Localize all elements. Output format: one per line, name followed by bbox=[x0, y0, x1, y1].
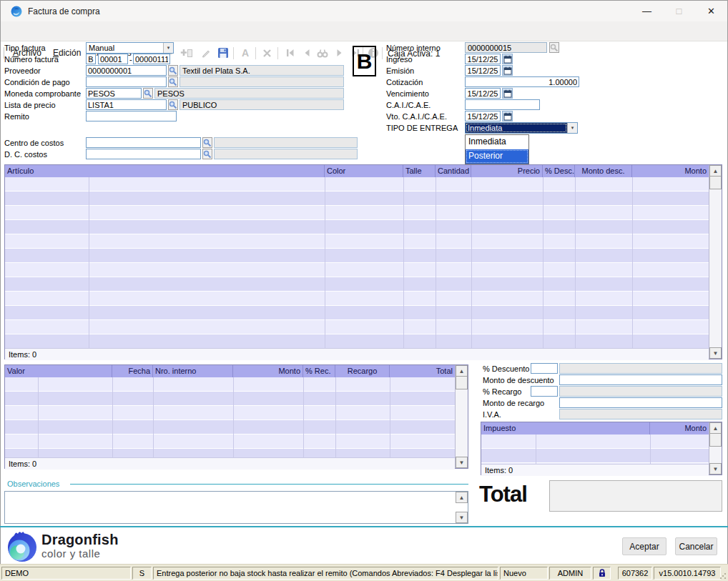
status-letter: S bbox=[132, 567, 152, 580]
edit-button[interactable] bbox=[198, 45, 214, 61]
moneda-code-input[interactable] bbox=[86, 88, 142, 99]
resize-grip[interactable] bbox=[719, 572, 727, 580]
moneda-search-button[interactable] bbox=[143, 88, 153, 99]
chevron-down-icon[interactable]: ▾ bbox=[163, 43, 173, 53]
option-inmediata[interactable]: Inmediata bbox=[466, 135, 528, 149]
search-icon bbox=[144, 89, 152, 98]
valores-grid-rows[interactable] bbox=[5, 377, 455, 457]
vto-cai-date-input[interactable] bbox=[465, 111, 501, 121]
observaciones-textarea[interactable] bbox=[5, 492, 456, 523]
descuento-pct-label: % Descuento bbox=[483, 364, 529, 373]
lista-precio-search-button[interactable] bbox=[168, 99, 178, 110]
search-records-button[interactable] bbox=[315, 45, 330, 61]
status-company: DEMO bbox=[1, 567, 131, 580]
cotizacion-input[interactable] bbox=[465, 76, 579, 87]
scroll-down-button[interactable]: ▼ bbox=[709, 347, 722, 359]
scroll-thumb[interactable] bbox=[709, 177, 722, 189]
proveedor-code-input[interactable] bbox=[86, 65, 167, 76]
monto-descuento-input[interactable] bbox=[559, 374, 722, 385]
scroll-thumb[interactable] bbox=[456, 377, 468, 389]
window-title: Factura de compra bbox=[28, 6, 100, 16]
dc-costos-display bbox=[214, 149, 358, 159]
factura-numero-input[interactable] bbox=[133, 54, 170, 64]
dc-costos-search-button[interactable] bbox=[202, 149, 212, 159]
scroll-up-button[interactable]: ▲ bbox=[709, 165, 722, 177]
descuento-pct-input[interactable] bbox=[531, 363, 558, 374]
condicion-pago-input[interactable] bbox=[86, 76, 167, 87]
factura-de-compra-window: Factura de compra — □ ✕ Archivo Edición … bbox=[0, 0, 728, 581]
column-header-monto-desc: Monto desc. bbox=[575, 165, 632, 177]
column-header-color: Color bbox=[325, 165, 403, 177]
remito-label: Remito bbox=[4, 112, 29, 121]
status-record-state: Nuevo bbox=[500, 567, 548, 580]
condicion-pago-display bbox=[179, 76, 344, 87]
emision-calendar-button[interactable] bbox=[502, 65, 513, 76]
close-button[interactable]: ✕ bbox=[695, 1, 727, 21]
scroll-down-button[interactable]: ▼ bbox=[456, 457, 468, 468]
column-header-recargo: Recargo bbox=[335, 365, 390, 377]
nav-next-button[interactable] bbox=[332, 45, 348, 61]
scroll-down-icon: ▼ bbox=[459, 460, 465, 466]
cotizacion-label: Cotización bbox=[386, 78, 423, 86]
cancelar-button[interactable]: Cancelar bbox=[675, 537, 717, 555]
items-grid-scrollbar[interactable]: ▲ ▼ bbox=[709, 165, 722, 359]
tipo-entrega-value: Inmediata bbox=[466, 123, 567, 133]
ingreso-calendar-button[interactable] bbox=[502, 54, 513, 64]
column-header-nro-interno: Nro. interno bbox=[153, 365, 233, 377]
impuestos-grid-scrollbar[interactable]: ▲ ▼ bbox=[709, 422, 722, 475]
monto-recargo-input[interactable] bbox=[559, 397, 722, 408]
maximize-button[interactable]: □ bbox=[663, 1, 695, 21]
emision-date-input[interactable] bbox=[465, 65, 501, 76]
valores-grid-scrollbar[interactable]: ▲ ▼ bbox=[455, 365, 468, 468]
column-header-articulo: Artículo bbox=[5, 165, 325, 177]
centro-costos-search-button[interactable] bbox=[202, 137, 212, 148]
numero-interno-label: Número interno bbox=[386, 44, 441, 52]
minimize-button[interactable]: — bbox=[631, 1, 663, 21]
lista-precio-input[interactable] bbox=[86, 99, 167, 110]
scroll-down-button[interactable]: ▼ bbox=[456, 512, 468, 523]
scroll-down-button[interactable]: ▼ bbox=[709, 463, 722, 475]
scroll-up-button[interactable]: ▲ bbox=[456, 492, 468, 503]
observaciones-label: Observaciones bbox=[7, 480, 59, 488]
items-grid-rows[interactable] bbox=[5, 177, 709, 348]
aceptar-button[interactable]: Aceptar bbox=[622, 537, 666, 555]
save-button[interactable] bbox=[215, 45, 231, 61]
font-button[interactable]: A bbox=[237, 45, 253, 61]
factura-letra-input[interactable] bbox=[86, 54, 96, 64]
remito-input[interactable] bbox=[86, 111, 177, 121]
scroll-up-button[interactable]: ▲ bbox=[709, 422, 722, 434]
previous-record-icon bbox=[303, 49, 310, 57]
lock-icon bbox=[599, 569, 606, 577]
tipo-entrega-combo[interactable]: Inmediata ▾ bbox=[465, 122, 578, 134]
centro-costos-input[interactable] bbox=[86, 137, 201, 148]
proveedor-search-button[interactable] bbox=[168, 65, 178, 76]
letter-a-icon: A bbox=[242, 47, 249, 59]
toolbar-separator bbox=[233, 47, 234, 59]
vencimiento-calendar-button[interactable] bbox=[502, 88, 513, 99]
add-copy-button[interactable] bbox=[178, 45, 194, 61]
column-header-monto: Monto bbox=[233, 365, 303, 377]
factura-sucursal-input[interactable] bbox=[98, 54, 128, 64]
dc-costos-input[interactable] bbox=[86, 149, 201, 159]
nav-prev-button[interactable] bbox=[299, 45, 315, 61]
ingreso-date-input[interactable] bbox=[465, 54, 501, 64]
impuestos-grid-rows[interactable] bbox=[481, 434, 709, 464]
scroll-thumb[interactable] bbox=[709, 434, 722, 447]
vencimiento-date-input[interactable] bbox=[465, 88, 501, 99]
cai-input[interactable] bbox=[465, 99, 540, 110]
valores-grid-header: Valor Fecha Nro. interno Monto % Rec. Re… bbox=[5, 365, 455, 377]
delete-button[interactable] bbox=[259, 45, 275, 61]
chevron-down-icon[interactable]: ▾ bbox=[567, 123, 577, 133]
ingreso-label: Ingreso bbox=[386, 55, 413, 64]
vto-cai-calendar-button[interactable] bbox=[502, 111, 513, 121]
scroll-up-icon: ▲ bbox=[459, 368, 465, 374]
condicion-pago-search-button[interactable] bbox=[168, 76, 178, 87]
search-icon bbox=[203, 150, 212, 159]
brand-tagline: color y talle bbox=[41, 547, 100, 560]
nav-first-button[interactable] bbox=[282, 45, 297, 61]
impuestos-count-label: Items: 0 bbox=[481, 464, 709, 476]
tipo-factura-combo[interactable]: Manual ▾ bbox=[86, 42, 174, 54]
option-posterior[interactable]: Posterior bbox=[466, 149, 528, 164]
recargo-pct-input[interactable] bbox=[531, 386, 558, 397]
scroll-up-button[interactable]: ▲ bbox=[456, 365, 468, 377]
